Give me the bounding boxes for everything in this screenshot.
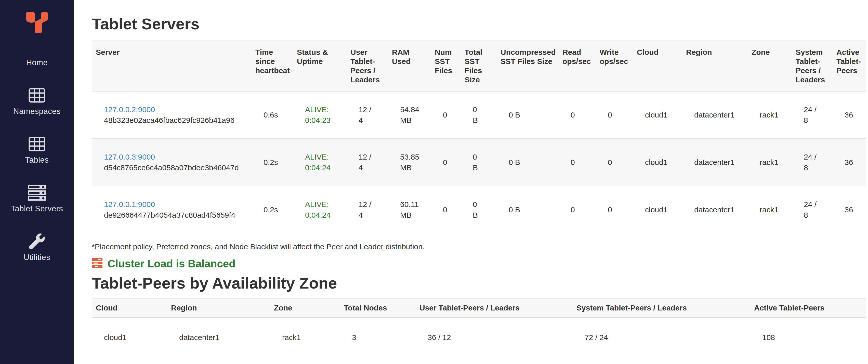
- cloud-cell: cloud1: [633, 139, 682, 186]
- sidebar-item-tables[interactable]: Tables: [25, 136, 49, 165]
- write-ops-cell: 0: [596, 186, 633, 233]
- table-row: 127.0.0.1:9000 de926664477b4054a37c80ad4…: [92, 186, 866, 233]
- uncompressed-sst-cell: 0 B: [496, 91, 558, 139]
- status-cell: ALIVE: 0:04:24: [293, 186, 346, 233]
- user-peers-cell: 12 / 4: [346, 186, 388, 233]
- read-ops-cell: 0: [558, 186, 596, 233]
- cloud-cell: cloud1: [92, 317, 167, 359]
- user-peers-cell: 12 / 4: [346, 91, 388, 139]
- active-peers-cell: 36: [832, 186, 866, 233]
- col-header-read-ops: Read ops/sec: [558, 41, 596, 91]
- heartbeat-cell: 0.2s: [251, 139, 293, 186]
- active-peers-cell: 36: [832, 139, 866, 186]
- uncompressed-sst-cell: 0 B: [496, 139, 558, 186]
- server-rack-icon: [28, 185, 46, 201]
- yugabyte-logo-icon: [26, 11, 48, 33]
- zone-cell: rack1: [747, 139, 792, 186]
- server-uuid: d54c8765ce6c4a058a07bdee3b46047d: [104, 162, 249, 173]
- sidebar-item-home[interactable]: Home: [26, 58, 48, 67]
- system-peers-cell: 72 / 24: [572, 317, 750, 359]
- sidebar-item-label: Utilities: [24, 252, 50, 262]
- total-sst-cell: 0 B: [461, 186, 496, 233]
- placement-footnote: *Placement policy, Preferred zones, and …: [92, 242, 866, 251]
- status-cell: ALIVE: 0:04:24: [293, 139, 346, 186]
- ram-cell: 54.84 MB: [388, 91, 431, 139]
- system-peers-cell: 24 / 8: [792, 139, 832, 186]
- col-header-zone: Zone: [747, 41, 792, 91]
- col-header-total-nodes: Total Nodes: [340, 298, 415, 317]
- az-table: Cloud Region Zone Total Nodes User Table…: [92, 298, 866, 359]
- col-header-system-peers: System Tablet-Peers / Leaders: [792, 41, 832, 91]
- status-cell: ALIVE: 0:04:23: [293, 91, 346, 139]
- col-header-num-sst: Num SST Files: [431, 41, 461, 91]
- sidebar-item-label: Home: [26, 58, 48, 67]
- yugabyte-logo[interactable]: [26, 11, 48, 34]
- col-header-zone: Zone: [270, 298, 340, 317]
- sidebar-item-namespaces[interactable]: Namespaces: [13, 87, 61, 116]
- col-header-cloud: Cloud: [633, 41, 682, 91]
- num-sst-cell: 0: [431, 91, 461, 139]
- user-peers-cell: 36 / 12: [415, 317, 572, 359]
- active-peers-cell: 36: [832, 91, 866, 139]
- server-link[interactable]: 127.0.0.1:9000: [104, 200, 155, 209]
- col-header-region: Region: [682, 41, 747, 91]
- wrench-icon: [29, 233, 45, 249]
- write-ops-cell: 0: [596, 91, 633, 139]
- server-cell: 127.0.0.2:9000 48b323e02aca46fbac629fc92…: [92, 91, 251, 139]
- page-title: Tablet Servers: [92, 15, 866, 33]
- total-sst-cell: 0 B: [461, 139, 496, 186]
- sidebar-item-utilities[interactable]: Utilities: [24, 233, 50, 262]
- system-peers-cell: 24 / 8: [792, 186, 832, 233]
- table-grid-icon: [29, 136, 45, 152]
- table-row: 127.0.0.3:9000 d54c8765ce6c4a058a07bdee3…: [92, 139, 866, 186]
- col-header-heartbeat: Time since heartbeat: [251, 41, 293, 91]
- region-cell: datacenter1: [682, 91, 747, 139]
- ram-cell: 53.85 MB: [388, 139, 431, 186]
- num-sst-cell: 0: [431, 139, 461, 186]
- section-title-az: Tablet-Peers by Availability Zone: [92, 274, 866, 292]
- active-peers-cell: 108: [750, 317, 866, 359]
- sidebar-nav: Home Namespaces: [0, 34, 74, 262]
- col-header-write-ops: Write ops/sec: [596, 41, 633, 91]
- cluster-load-status: Cluster Load is Balanced: [92, 258, 866, 270]
- sidebar-item-tablet-servers[interactable]: Tablet Servers: [11, 185, 63, 214]
- col-header-cloud: Cloud: [92, 298, 167, 317]
- cloud-cell: cloud1: [633, 91, 682, 139]
- server-link[interactable]: 127.0.0.3:9000: [104, 153, 155, 161]
- col-header-server: Server: [92, 41, 251, 91]
- sidebar: Home Namespaces: [0, 0, 74, 364]
- cluster-status-text: Cluster Load is Balanced: [107, 258, 236, 270]
- server-stack-icon: [92, 258, 102, 269]
- zone-cell: rack1: [747, 91, 792, 139]
- col-header-status: Status & Uptime: [293, 41, 346, 91]
- total-nodes-cell: 3: [340, 317, 415, 359]
- server-cell: 127.0.0.1:9000 de926664477b4054a37c80ad4…: [92, 186, 251, 233]
- total-sst-cell: 0 B: [461, 91, 496, 139]
- col-header-region: Region: [167, 298, 270, 317]
- cloud-cell: cloud1: [633, 186, 682, 233]
- server-uuid: 48b323e02aca46fbac629fc926b41a96: [104, 115, 249, 126]
- zone-cell: rack1: [270, 317, 340, 359]
- table-row: 127.0.0.2:9000 48b323e02aca46fbac629fc92…: [92, 91, 866, 139]
- col-header-active-peers: Active Tablet-Peers: [750, 298, 866, 317]
- col-header-ram: RAM Used: [388, 41, 431, 91]
- sidebar-item-label: Namespaces: [13, 107, 61, 116]
- table-header-row: Server Time since heartbeat Status & Upt…: [92, 41, 866, 91]
- server-uuid: de926664477b4054a37c80ad4f5659f4: [104, 210, 249, 220]
- ram-cell: 60.11 MB: [388, 186, 431, 233]
- zone-cell: rack1: [747, 186, 792, 233]
- col-header-system-peers: System Tablet-Peers / Leaders: [572, 298, 750, 317]
- sidebar-item-label: Tablet Servers: [11, 204, 63, 214]
- server-link[interactable]: 127.0.0.2:9000: [104, 105, 155, 114]
- system-peers-cell: 24 / 8: [792, 91, 832, 139]
- table-row: cloud1 datacenter1 rack1 3 36 / 12 72 / …: [92, 317, 866, 359]
- region-cell: datacenter1: [682, 186, 747, 233]
- uncompressed-sst-cell: 0 B: [496, 186, 558, 233]
- col-header-user-peers: User Tablet-Peers / Leaders: [415, 298, 572, 317]
- col-header-user-peers: User Tablet-Peers / Leaders: [346, 41, 388, 91]
- region-cell: datacenter1: [682, 139, 747, 186]
- region-cell: datacenter1: [167, 317, 270, 359]
- main-content: Tablet Servers Server Time since heartbe…: [74, 0, 868, 364]
- read-ops-cell: 0: [558, 139, 596, 186]
- col-header-total-sst: Total SST Files Size: [461, 41, 496, 91]
